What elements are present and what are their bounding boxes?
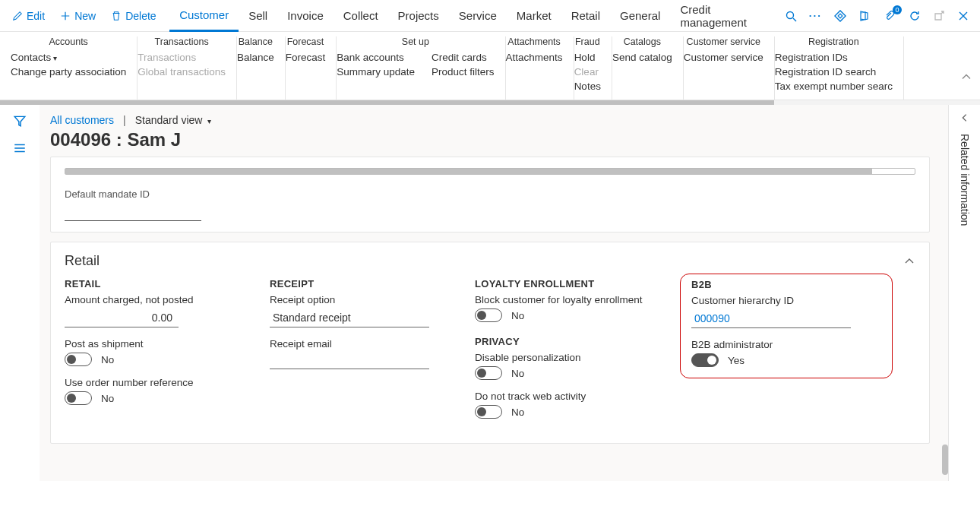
trash-icon [111, 11, 122, 21]
section-head: RETAIL [65, 278, 262, 289]
tab-customer[interactable]: Customer [169, 0, 239, 32]
breadcrumb-divider: | [123, 114, 126, 126]
section-head: PRIVACY [475, 336, 672, 347]
more-icon[interactable]: ··· [809, 10, 822, 21]
action-forecast[interactable]: Forecast [286, 52, 326, 63]
toggle-value: No [101, 393, 114, 404]
edit-button[interactable]: Edit [5, 5, 52, 27]
toggle-value: Yes [728, 355, 744, 366]
do-not-track-toggle[interactable] [475, 405, 502, 419]
tab-credit-management[interactable]: Credit management [670, 0, 784, 32]
section-receipt: RECEIPT Receipt option Standard receipt … [270, 278, 467, 429]
field-label: Block customer for loyalty enrollment [475, 294, 672, 305]
command-bar: Edit New Delete Customer Sell Invoice Co… [0, 0, 980, 32]
tab-general[interactable]: General [610, 0, 670, 32]
ribbon-group-setup: Set up Bank accounts Summary update Cred… [337, 36, 505, 100]
search-icon[interactable] [785, 10, 797, 22]
breadcrumb-link[interactable]: All customers [50, 114, 114, 126]
svg-point-0 [786, 11, 793, 18]
scroll-thumb [65, 169, 872, 174]
delete-label: Delete [125, 10, 156, 22]
b2b-administrator-toggle[interactable] [691, 353, 719, 367]
section-head: RECEIPT [270, 278, 467, 289]
chevron-up-icon [903, 255, 915, 267]
attachments-button[interactable]: 0 [883, 9, 896, 23]
page-scrollbar[interactable] [942, 444, 948, 475]
field-label: B2B administrator [691, 339, 881, 350]
ribbon-group-registration: Registration Registration IDs Registrati… [775, 36, 904, 100]
chevron-left-icon[interactable] [959, 112, 970, 123]
action-registration-ids[interactable]: Registration IDs [775, 52, 893, 63]
block-loyalty-toggle[interactable] [475, 308, 502, 322]
field-label: Receipt option [270, 294, 467, 305]
action-hold[interactable]: Hold [574, 52, 601, 63]
action-tax-exempt-number-search[interactable]: Tax exempt number searc [775, 81, 893, 92]
use-order-ref-toggle[interactable] [65, 391, 92, 405]
tab-collect[interactable]: Collect [334, 0, 388, 32]
field-label: Use order number reference [65, 377, 262, 388]
post-as-shipment-toggle[interactable] [65, 353, 92, 366]
action-ribbon: Accounts Contacts▾ Change party associat… [0, 32, 980, 100]
ribbon-group-forecast: Forecast Forecast [286, 36, 337, 100]
group-label: Customer service [684, 36, 763, 52]
tab-sell[interactable]: Sell [239, 0, 277, 32]
diamond-icon[interactable] [834, 10, 846, 22]
action-product-filters[interactable]: Product filters [432, 66, 495, 78]
delete-button[interactable]: Delete [103, 5, 163, 27]
action-balance[interactable]: Balance [237, 52, 274, 63]
group-label: Forecast [286, 36, 326, 52]
receipt-option-input[interactable]: Standard receipt [270, 308, 429, 327]
field-label: Amount charged, not posted [65, 294, 262, 305]
view-selector[interactable]: Standard view ▾ [135, 114, 212, 126]
action-registration-id-search[interactable]: Registration ID search [775, 66, 893, 78]
attachments-count: 0 [893, 5, 902, 14]
action-customer-service[interactable]: Customer service [684, 52, 763, 63]
tab-invoice[interactable]: Invoice [277, 0, 334, 32]
toggle-value: No [101, 354, 114, 365]
new-button[interactable]: New [52, 5, 103, 27]
action-notes[interactable]: Notes [574, 81, 601, 92]
refresh-icon[interactable] [909, 10, 921, 22]
field-label: Customer hierarchy ID [691, 295, 881, 306]
inner-scroll[interactable] [65, 168, 915, 175]
action-bank-accounts[interactable]: Bank accounts [337, 52, 415, 63]
page-title: 004096 : Sam J [50, 129, 940, 150]
tab-market[interactable]: Market [507, 0, 561, 32]
action-credit-cards[interactable]: Credit cards [432, 52, 495, 63]
tab-projects[interactable]: Projects [388, 0, 449, 32]
action-contacts[interactable]: Contacts▾ [11, 52, 126, 63]
disable-personalization-toggle[interactable] [475, 366, 502, 380]
office-icon[interactable] [858, 10, 871, 22]
edit-label: Edit [27, 10, 45, 22]
collapse-ribbon-icon[interactable] [960, 71, 972, 85]
svg-rect-2 [838, 14, 842, 18]
customer-hierarchy-input[interactable]: 000090 [691, 309, 851, 328]
toggle-value: No [511, 368, 524, 379]
list-icon[interactable] [13, 141, 27, 155]
mandate-input[interactable] [65, 200, 201, 221]
action-summary-update[interactable]: Summary update [337, 66, 415, 78]
tab-service[interactable]: Service [449, 0, 507, 32]
retail-header[interactable]: Retail [65, 253, 915, 269]
section-head: B2B [691, 279, 881, 290]
action-transactions: Transactions [138, 52, 226, 63]
action-attachments[interactable]: Attachments [506, 52, 563, 63]
close-icon[interactable] [957, 10, 969, 22]
field-label: Do not track web activity [475, 391, 672, 402]
action-change-party-association[interactable]: Change party association [11, 66, 126, 78]
open-external-icon[interactable] [933, 10, 945, 22]
field-label: Post as shipment [65, 338, 262, 350]
ribbon-group-customer-service: Customer service Customer service [684, 36, 775, 100]
retail-card: Retail RETAIL Amount charged, not posted… [50, 242, 930, 444]
receipt-email-input[interactable] [270, 353, 429, 369]
amount-charged-input[interactable]: 0.00 [65, 308, 179, 327]
tab-retail[interactable]: Retail [561, 0, 610, 32]
left-rail [0, 105, 40, 481]
action-send-catalog[interactable]: Send catalog [612, 52, 672, 63]
edit-icon [12, 11, 23, 21]
ribbon-group-accounts: Accounts Contacts▾ Change party associat… [11, 36, 138, 100]
new-label: New [74, 10, 96, 22]
related-information-tab[interactable]: Related information [959, 134, 971, 226]
field-label: Disable personalization [475, 352, 672, 363]
filter-icon[interactable] [13, 114, 27, 128]
